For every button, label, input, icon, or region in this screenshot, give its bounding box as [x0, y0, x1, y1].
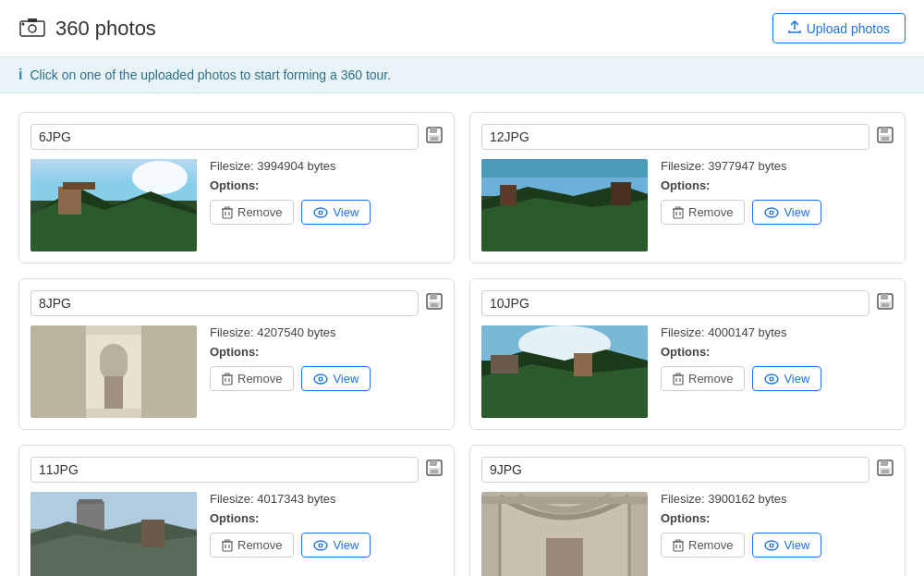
- options-label-photo-8: Options:: [210, 345, 443, 359]
- remove-button-photo-11[interactable]: Remove: [210, 533, 294, 558]
- options-label-photo-11: Options:: [210, 511, 443, 525]
- photo-name-input-photo-9[interactable]: [481, 457, 869, 483]
- photo-name-input-photo-6[interactable]: [30, 124, 419, 150]
- page-title: 360 photos: [55, 17, 156, 41]
- svg-rect-65: [430, 460, 437, 466]
- photo-card-header-photo-9: [481, 457, 894, 483]
- options-label-photo-12: Options:: [661, 178, 894, 192]
- photo-name-input-photo-11[interactable]: [30, 457, 419, 483]
- photo-info-photo-9: Filesize: 3900162 bytes Options: Remove: [661, 492, 894, 558]
- photo-thumbnail-photo-6: [30, 159, 197, 251]
- info-message: Click on one of the uploaded photos to s…: [30, 67, 391, 82]
- svg-rect-5: [430, 128, 437, 133]
- page-header: 360 photos Upload photos: [0, 0, 924, 57]
- view-button-photo-10[interactable]: View: [752, 366, 821, 391]
- options-label-photo-9: Options:: [661, 511, 894, 525]
- photo-card-header-photo-11: [30, 457, 443, 483]
- photo-name-input-photo-8[interactable]: [30, 290, 419, 316]
- photo-card-body-photo-10: Filesize: 4000147 bytes Options: Remove: [481, 325, 894, 418]
- photo-card-header-photo-8: [30, 290, 443, 316]
- photo-name-input-photo-10[interactable]: [481, 290, 869, 316]
- svg-rect-2: [28, 18, 37, 22]
- photo-name-input-photo-12[interactable]: [481, 124, 869, 150]
- photo-thumbnail-photo-12: [481, 159, 648, 251]
- options-buttons-photo-9: Remove View: [661, 533, 894, 558]
- 360-photos-icon: [18, 18, 46, 40]
- save-icon-photo-12[interactable]: [877, 127, 894, 148]
- photo-info-photo-12: Filesize: 3977947 bytes Options: Remove: [661, 159, 894, 225]
- svg-rect-82: [881, 470, 889, 473]
- svg-rect-30: [674, 209, 683, 218]
- photo-card-photo-10: Filesize: 4000147 bytes Options: Remove: [469, 278, 906, 430]
- svg-point-33: [771, 211, 772, 213]
- info-bar: i Click on one of the uploaded photos to…: [0, 57, 924, 93]
- svg-rect-29: [611, 182, 631, 205]
- svg-rect-25: [481, 159, 648, 178]
- app-container: 360 photos Upload photos i Click on one …: [0, 0, 924, 576]
- svg-point-90: [771, 544, 772, 545]
- view-button-photo-9[interactable]: View: [752, 533, 821, 558]
- filesize-photo-10: Filesize: 4000147 bytes: [661, 325, 894, 339]
- svg-rect-13: [58, 187, 81, 214]
- photo-card-body-photo-11: Filesize: 4017343 bytes Options: Remove: [30, 492, 443, 576]
- svg-rect-20: [881, 128, 888, 133]
- svg-rect-69: [30, 492, 197, 529]
- photo-card-photo-9: Filesize: 3900162 bytes Options: Remove: [469, 445, 906, 576]
- filesize-photo-9: Filesize: 3900162 bytes: [661, 492, 894, 506]
- svg-rect-15: [223, 209, 232, 218]
- view-button-photo-12[interactable]: View: [752, 200, 821, 225]
- svg-point-78: [320, 544, 322, 545]
- save-icon-photo-9[interactable]: [877, 460, 894, 481]
- photo-thumbnail-photo-10: [481, 325, 648, 418]
- svg-point-18: [320, 211, 322, 213]
- svg-rect-74: [141, 520, 164, 547]
- photo-card-header-photo-12: [481, 124, 894, 150]
- options-buttons-photo-8: Remove View: [210, 366, 443, 391]
- svg-rect-58: [574, 353, 592, 376]
- view-button-photo-8[interactable]: View: [301, 366, 371, 391]
- upload-photos-button[interactable]: Upload photos: [772, 13, 906, 43]
- photo-card-photo-12: Filesize: 3977947 bytes Options: Remove: [469, 112, 906, 263]
- svg-rect-7: [431, 137, 438, 141]
- remove-button-photo-6[interactable]: Remove: [210, 200, 294, 225]
- photo-info-photo-6: Filesize: 3994904 bytes Options: Remove: [210, 159, 443, 225]
- svg-rect-42: [30, 325, 86, 418]
- svg-marker-27: [481, 198, 648, 251]
- save-icon-photo-6[interactable]: [426, 127, 443, 148]
- svg-rect-85: [481, 496, 648, 504]
- header-left: 360 photos: [18, 17, 156, 41]
- photo-thumbnail-photo-11: [30, 492, 197, 576]
- svg-rect-87: [674, 542, 683, 551]
- remove-button-photo-12[interactable]: Remove: [661, 200, 745, 225]
- filesize-photo-8: Filesize: 4207540 bytes: [210, 325, 443, 339]
- svg-rect-52: [881, 303, 889, 307]
- filesize-photo-12: Filesize: 3977947 bytes: [661, 159, 894, 173]
- view-button-photo-6[interactable]: View: [301, 200, 371, 225]
- svg-rect-71: [79, 499, 103, 504]
- options-label-photo-6: Options:: [210, 178, 443, 192]
- options-buttons-photo-6: Remove View: [210, 200, 443, 225]
- remove-button-photo-8[interactable]: Remove: [210, 366, 294, 391]
- options-buttons-photo-10: Remove View: [661, 366, 894, 391]
- save-icon-photo-10[interactable]: [877, 293, 894, 314]
- svg-rect-80: [881, 460, 888, 466]
- svg-rect-44: [104, 376, 123, 409]
- svg-rect-75: [223, 542, 232, 551]
- photo-thumbnail-photo-8: [30, 325, 197, 418]
- photo-card-header-photo-10: [481, 290, 894, 316]
- photo-thumbnail-photo-9: [481, 492, 648, 576]
- svg-rect-35: [430, 294, 437, 300]
- svg-rect-41: [100, 344, 128, 381]
- upload-icon: [788, 20, 801, 36]
- svg-rect-28: [500, 185, 517, 205]
- save-icon-photo-11[interactable]: [426, 460, 443, 481]
- photo-card-header-photo-6: [30, 124, 443, 150]
- remove-button-photo-9[interactable]: Remove: [661, 533, 745, 558]
- svg-marker-73: [30, 534, 197, 576]
- view-button-photo-11[interactable]: View: [301, 533, 371, 558]
- remove-button-photo-10[interactable]: Remove: [661, 366, 745, 391]
- svg-rect-45: [223, 375, 232, 385]
- save-icon-photo-8[interactable]: [426, 293, 443, 314]
- svg-point-63: [771, 377, 772, 379]
- filesize-photo-11: Filesize: 4017343 bytes: [210, 492, 443, 506]
